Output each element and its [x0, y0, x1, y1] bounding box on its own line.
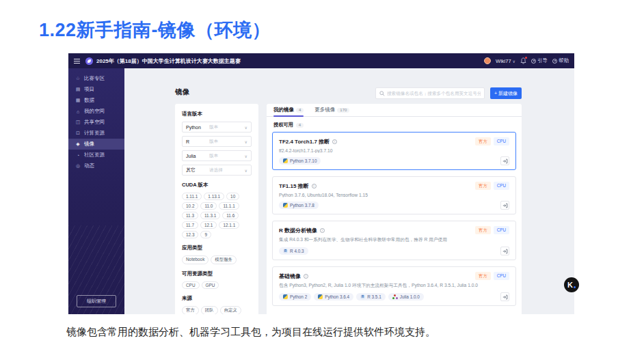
resource-filter-title: 可用资源类型: [182, 270, 252, 277]
app-type-chip[interactable]: Notebook: [182, 255, 209, 264]
cuda-version-chip[interactable]: 12.1.1: [219, 221, 239, 229]
chevron-down-icon: ∨: [245, 154, 247, 158]
source-chip[interactable]: 官方: [182, 306, 199, 314]
resource-type-chip[interactable]: CPU: [182, 281, 200, 289]
cuda-version-chip[interactable]: 9: [200, 231, 211, 238]
compute-icon: ⊡: [75, 130, 81, 136]
use-image-button[interactable]: [500, 201, 509, 210]
language-version-select[interactable]: Julia 版本 ∨: [182, 150, 252, 161]
image-desc: tf2.4.2-torch1.7.1-py3.7.10: [279, 148, 509, 153]
help-icon: [552, 59, 557, 64]
source-chips: 官方团队自定义社区: [182, 306, 252, 314]
image-icon: ◈: [75, 141, 81, 147]
image-desc: Python 3.7.6, Ubuntu18.04, Tensorflow 1.…: [279, 193, 509, 197]
help-link[interactable]: 帮助: [552, 57, 569, 64]
tab-more-images[interactable]: 更多镜像 170: [314, 107, 349, 116]
enter-icon: [502, 249, 508, 254]
info-icon[interactable]: i: [320, 228, 325, 233]
user-avatar[interactable]: [484, 57, 491, 64]
sidebar-item-shared-space[interactable]: ◫共享空间: [68, 117, 124, 128]
python-icon: [283, 158, 288, 163]
sidebar-item-projects[interactable]: ▤项目: [68, 84, 124, 95]
search-icon: [379, 91, 385, 96]
competition-icon: ☆: [75, 76, 81, 81]
sidebar-item-my-space[interactable]: ⌂我的空间: [68, 106, 124, 117]
official-tag: 官方: [475, 272, 491, 280]
sidebar-item-competition[interactable]: ☆比赛专区: [68, 73, 124, 84]
sidebar-item-community-resources[interactable]: ◔社区资源: [68, 150, 124, 161]
sidebar-item-compute-resources[interactable]: ⊡计算资源: [68, 128, 124, 139]
my-space-icon: ⌂: [75, 109, 81, 114]
project-icon: ▤: [75, 87, 81, 92]
cpu-tag: CPU: [494, 137, 509, 145]
cuda-version-chip[interactable]: 11.1.1: [219, 202, 239, 210]
language-version-select[interactable]: R 版本 ∨: [182, 136, 252, 147]
sidebar-item-data[interactable]: ▦数据: [68, 95, 124, 106]
cuda-version-chip[interactable]: 11.7: [182, 221, 198, 229]
python-icon: [283, 294, 288, 299]
badge-dot: [574, 286, 576, 288]
user-menu[interactable]: Wiki77 ∨: [496, 58, 515, 64]
cuda-version-chip[interactable]: 12.1: [200, 221, 217, 229]
sidebar-item-activity[interactable]: ◎动态: [68, 161, 124, 171]
cuda-version-chip[interactable]: 12.3: [182, 231, 198, 238]
resource-type-chips: CPUGPU: [182, 281, 252, 289]
language-version-select[interactable]: Python 版本 ∨: [182, 122, 252, 133]
app-type-chip[interactable]: 模型服务: [211, 255, 237, 264]
floating-assistant-badge[interactable]: K: [564, 277, 579, 292]
julia-icon: [392, 294, 398, 299]
cuda-version-chip[interactable]: 11.3: [182, 212, 198, 219]
cuda-version-chip[interactable]: 11.6: [222, 212, 239, 219]
app-logo-icon[interactable]: [85, 57, 93, 65]
source-chip[interactable]: 自定义: [220, 306, 241, 314]
search-box: [375, 87, 485, 99]
data-icon: ▦: [75, 98, 81, 103]
info-icon[interactable]: i: [312, 184, 317, 189]
image-card-tf24[interactable]: TF2.4 Torch1.7 推断 i 官方 CPU tf2.4.2-torch…: [272, 132, 516, 170]
env-chip-python: Python 3.6.4: [314, 293, 353, 301]
image-card-tf115[interactable]: TF1.15 推断 i 官方 CPU Python 3.7.6, Ubuntu1…: [272, 176, 516, 214]
env-chip-r: RR 3.5.1: [356, 293, 386, 301]
enter-icon: [502, 203, 508, 208]
community-icon: ◔: [75, 153, 81, 158]
language-filter-rows: Python 版本 ∨ R 版本 ∨: [182, 122, 252, 176]
org-management-button[interactable]: 组织管理: [77, 295, 116, 307]
image-card-base[interactable]: 基础镜像 i 官方 CPU 包含 Python3, Python2, R, Ju…: [272, 266, 516, 306]
use-image-button[interactable]: [500, 156, 509, 165]
enter-icon: [502, 294, 508, 300]
guide-link[interactable]: 引导: [531, 57, 548, 64]
info-icon[interactable]: i: [304, 274, 308, 279]
app-navbar: 2025年（第18届）中国大学生计算机设计大赛大数据主题赛 Wiki77 ∨ 引…: [68, 53, 574, 68]
cpu-tag: CPU: [494, 272, 509, 280]
cuda-version-chip[interactable]: 1.13.1: [204, 193, 224, 200]
language-version-select[interactable]: 其它 请选择 ∨: [182, 165, 252, 176]
authorized-section: 授权可用 4: [267, 117, 522, 132]
cuda-version-chip[interactable]: 11.0: [200, 202, 217, 210]
cuda-version-chip[interactable]: 11.3.1: [200, 212, 220, 219]
notification-bell-icon[interactable]: [520, 57, 526, 64]
cuda-version-chip[interactable]: 1.11.1: [182, 193, 202, 200]
info-icon[interactable]: i: [332, 139, 337, 144]
official-tag: 官方: [475, 182, 491, 190]
source-chip[interactable]: 团队: [201, 306, 218, 314]
cpu-tag: CPU: [494, 226, 509, 234]
app-screenshot: 2025年（第18届）中国大学生计算机设计大赛大数据主题赛 Wiki77 ∨ 引…: [68, 53, 574, 314]
menu-icon[interactable]: [74, 59, 80, 64]
enter-icon: [502, 158, 508, 164]
search-input[interactable]: [387, 91, 481, 96]
app-sidebar: ☆比赛专区 ▤项目 ▦数据 ⌂我的空间 ◫共享空间 ⊡计算资源 ◈镜像 ◔社区资…: [68, 68, 124, 314]
resource-type-chip[interactable]: GPU: [202, 281, 219, 289]
use-image-button[interactable]: [500, 292, 509, 301]
source-filter-title: 来源: [182, 295, 252, 302]
image-card-r-analysis[interactable]: R 数据分析镜像 i 官方 CPU 集成 R4.0.3 和一系列在医学、生物学和…: [272, 221, 516, 260]
new-image-button[interactable]: + 新建镜像: [490, 87, 522, 99]
cuda-version-chip[interactable]: 10.2: [182, 202, 198, 210]
tab-my-images[interactable]: 我的镜像 4: [273, 107, 304, 116]
sidebar-item-images[interactable]: ◈镜像: [68, 139, 124, 150]
use-image-button[interactable]: [500, 247, 509, 255]
more-images-count: 170: [337, 108, 349, 113]
authorized-count: 4: [296, 123, 304, 128]
cuda-version-chip[interactable]: 10: [226, 193, 239, 200]
chevron-down-icon: ∨: [245, 139, 247, 144]
images-page-title: 镜像: [175, 87, 189, 97]
